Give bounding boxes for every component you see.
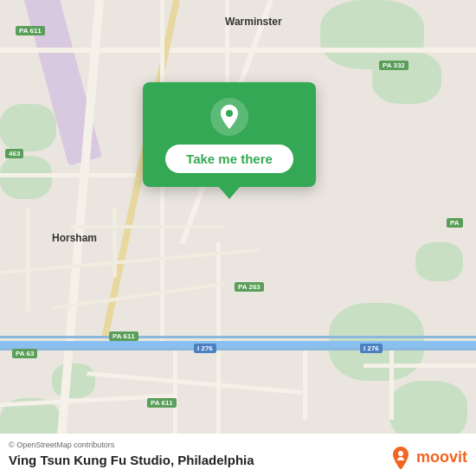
- road: [389, 351, 394, 420]
- road-shield: 463: [5, 149, 23, 158]
- town-label-warminster: Warminster: [225, 16, 282, 28]
- popup-card: Take me there: [143, 82, 316, 187]
- road-shield: PA 611: [147, 398, 177, 408]
- road-shield: PA 611: [16, 26, 45, 35]
- highway: [0, 336, 476, 338]
- road: [0, 48, 476, 53]
- road-shield-276: I 276: [194, 344, 216, 353]
- bottom-bar: © OpenStreetMap contributors Ving Tsun K…: [0, 434, 476, 476]
- svg-point-1: [226, 110, 233, 117]
- take-me-there-button[interactable]: Take me there: [165, 145, 293, 173]
- park-area: [415, 242, 463, 281]
- road: [303, 351, 307, 420]
- road: [69, 225, 225, 228]
- highway: [0, 348, 476, 351]
- park-area: [372, 52, 441, 104]
- road-shield: PA 332: [379, 61, 408, 70]
- highway: [0, 341, 476, 348]
- moovit-icon: [389, 445, 413, 469]
- town-label-horsham: Horsham: [52, 232, 97, 244]
- road-shield-276-right: I 276: [360, 344, 383, 353]
- road-shield: PA 263: [235, 282, 264, 292]
- road-shield: PA 611: [109, 331, 138, 341]
- location-pin-icon: [210, 98, 248, 136]
- moovit-logo: moovit: [389, 445, 467, 469]
- road-shield: PA 63: [12, 349, 37, 358]
- park-area: [0, 104, 56, 151]
- road: [26, 208, 30, 312]
- moovit-text: moovit: [416, 448, 467, 466]
- road-shield: PA: [447, 218, 463, 228]
- road: [363, 363, 476, 368]
- map-container: Warminster Horsham PA 611 PA 332 463 PA …: [0, 0, 476, 476]
- road: [113, 208, 117, 277]
- park-area: [389, 381, 467, 441]
- park-area: [0, 156, 52, 199]
- park-area: [52, 363, 95, 398]
- svg-point-2: [398, 451, 403, 456]
